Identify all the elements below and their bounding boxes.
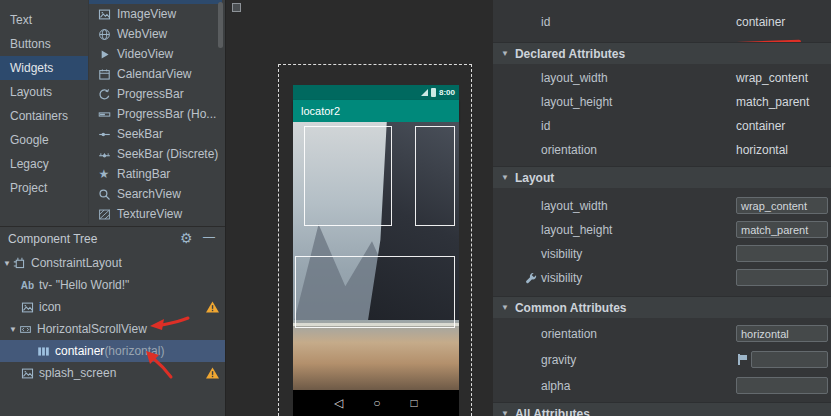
palette-category-containers[interactable]: Containers bbox=[0, 104, 88, 128]
attribute-row: gravity bbox=[493, 348, 831, 372]
palette-item-label: TextureView bbox=[117, 207, 182, 221]
progress-circular-icon bbox=[97, 87, 111, 101]
palette-item-label: ProgressBar bbox=[117, 87, 184, 101]
battery-icon bbox=[431, 88, 436, 97]
palette-item-textureview[interactable]: TextureView bbox=[89, 204, 222, 224]
palette-item-searchview[interactable]: SearchView bbox=[89, 184, 222, 204]
search-icon bbox=[97, 187, 111, 201]
palette-item-progressbar-horizontal[interactable]: ProgressBar (Ho... bbox=[89, 104, 222, 124]
attribute-value[interactable]: match_parent bbox=[736, 95, 809, 109]
tree-item-constraintlayout[interactable]: ▼ ConstraintLayout bbox=[0, 252, 225, 274]
palette-item-seekbar[interactable]: SeekBar bbox=[89, 124, 222, 144]
palette-item-webview[interactable]: WebView bbox=[89, 24, 222, 44]
navigation-bar: ◁ ○ □ bbox=[293, 390, 459, 416]
chevron-down-icon[interactable]: ▼ bbox=[2, 259, 12, 268]
palette-item-label: ImageView bbox=[117, 7, 176, 21]
chevron-down-icon: ▼ bbox=[501, 409, 509, 416]
palette-category-legacy[interactable]: Legacy bbox=[0, 152, 88, 176]
visibility-field[interactable] bbox=[736, 245, 828, 262]
section-all-attributes[interactable]: ▼ All Attributes bbox=[493, 402, 831, 416]
slider-discrete-icon bbox=[97, 147, 111, 161]
attribute-label: orientation bbox=[541, 327, 597, 341]
palette-item-seekbar-discrete[interactable]: SeekBar (Discrete) bbox=[89, 144, 222, 164]
home-icon: ○ bbox=[373, 397, 380, 409]
attribute-value[interactable]: container bbox=[736, 119, 785, 133]
tree-item-container[interactable]: container(horizontal) bbox=[0, 340, 225, 362]
palette-item-calendarview[interactable]: CalendarView bbox=[89, 64, 222, 84]
tree-item-label: HorizontalScrollView bbox=[37, 322, 147, 336]
section-layout[interactable]: ▼ Layout bbox=[493, 166, 831, 188]
app-bar: locator2 bbox=[293, 100, 459, 122]
attribute-label: gravity bbox=[541, 353, 576, 367]
tools-visibility-field[interactable] bbox=[736, 269, 828, 286]
palette-item-progressbar[interactable]: ProgressBar bbox=[89, 84, 222, 104]
tree-item-icon[interactable]: icon bbox=[0, 296, 225, 318]
view-bounds-outline[interactable] bbox=[295, 256, 455, 328]
section-title: Layout bbox=[515, 171, 554, 185]
chevron-down-icon: ▼ bbox=[501, 303, 509, 312]
palette-item-ratingbar[interactable]: ★ RatingBar bbox=[89, 164, 222, 184]
design-surface-icon[interactable] bbox=[232, 3, 241, 12]
palette-item-videoview[interactable]: VideoView bbox=[89, 44, 222, 64]
attribute-label: layout_height bbox=[541, 95, 612, 109]
palette-item-label: SeekBar (Discrete) bbox=[117, 147, 218, 161]
globe-icon bbox=[97, 27, 111, 41]
calendar-icon bbox=[97, 67, 111, 81]
attribute-label: id bbox=[541, 15, 550, 29]
alpha-field[interactable] bbox=[736, 377, 828, 394]
attribute-row: id container bbox=[493, 114, 831, 138]
view-bounds-outline[interactable] bbox=[304, 126, 392, 226]
palette-item-label: RatingBar bbox=[117, 167, 170, 181]
tree-item-horizontalscrollview[interactable]: ▼ HorizontalScrollView bbox=[0, 318, 225, 340]
palette-item-label: VideoView bbox=[117, 47, 173, 61]
palette-category-buttons[interactable]: Buttons bbox=[0, 32, 88, 56]
layout-width-field[interactable]: wrap_content bbox=[736, 197, 828, 214]
palette-category-widgets[interactable]: Widgets bbox=[0, 56, 88, 80]
minimize-icon[interactable]: — bbox=[203, 230, 215, 244]
chevron-down-icon[interactable]: ▼ bbox=[8, 325, 18, 334]
tree-item-splash-screen[interactable]: splash_screen bbox=[0, 362, 225, 384]
chevron-down-icon: ▼ bbox=[501, 49, 509, 58]
section-declared-attributes[interactable]: ▼ Declared Attributes bbox=[493, 42, 831, 64]
section-common-attributes[interactable]: ▼ Common Attributes bbox=[493, 296, 831, 318]
section-title: Common Attributes bbox=[515, 301, 627, 315]
play-icon bbox=[97, 47, 111, 61]
tree-item-tv[interactable]: Ab tv- "Hello World!" bbox=[0, 274, 225, 296]
flag-icon[interactable] bbox=[737, 354, 748, 365]
star-icon: ★ bbox=[97, 167, 111, 181]
palette-category-text[interactable]: Text bbox=[0, 8, 88, 32]
palette-categories: Text Buttons Widgets Layouts Containers … bbox=[0, 0, 88, 224]
tree-item-label: splash_screen bbox=[39, 366, 116, 380]
palette-scrollbar[interactable] bbox=[218, 2, 223, 48]
attribute-row: alpha bbox=[493, 374, 831, 398]
palette-item-label: CalendarView bbox=[117, 67, 192, 81]
warning-icon bbox=[206, 367, 219, 382]
view-bounds-outline[interactable] bbox=[415, 126, 455, 226]
palette-category-layouts[interactable]: Layouts bbox=[0, 80, 88, 104]
wrench-icon bbox=[525, 272, 537, 287]
attribute-row: layout_width wrap_content bbox=[493, 194, 831, 218]
gear-icon[interactable]: ⚙ bbox=[180, 230, 193, 246]
device-preview[interactable]: 8:00 locator2 ◁ ○ □ bbox=[293, 85, 459, 416]
attribute-value[interactable]: horizontal bbox=[736, 143, 788, 157]
chevron-down-icon: ▼ bbox=[501, 173, 509, 182]
attribute-row: orientation horizontal bbox=[493, 138, 831, 162]
palette-category-project[interactable]: Project bbox=[0, 176, 88, 200]
design-canvas[interactable]: 8:00 locator2 ◁ ○ □ bbox=[225, 0, 492, 416]
attribute-row: orientation horizontal bbox=[493, 322, 831, 346]
beach bbox=[293, 320, 459, 390]
palette-item-label: WebView bbox=[117, 27, 167, 41]
textview-icon: Ab bbox=[20, 278, 35, 293]
palette-item-imageview[interactable]: ImageView bbox=[89, 4, 222, 24]
attribute-value[interactable]: wrap_content bbox=[736, 71, 808, 85]
id-value[interactable]: container bbox=[736, 15, 785, 29]
image-icon bbox=[20, 366, 35, 381]
horizontal-scrollview-icon bbox=[18, 322, 33, 337]
palette-category-google[interactable]: Google bbox=[0, 128, 88, 152]
gravity-field[interactable] bbox=[751, 351, 828, 368]
phone-screen[interactable] bbox=[293, 122, 459, 390]
tree-item-label: tv- "Hello World!" bbox=[39, 278, 129, 292]
attribute-row: visibility bbox=[493, 266, 831, 290]
layout-height-field[interactable]: match_parent bbox=[736, 221, 828, 238]
orientation-field[interactable]: horizontal bbox=[736, 325, 828, 342]
